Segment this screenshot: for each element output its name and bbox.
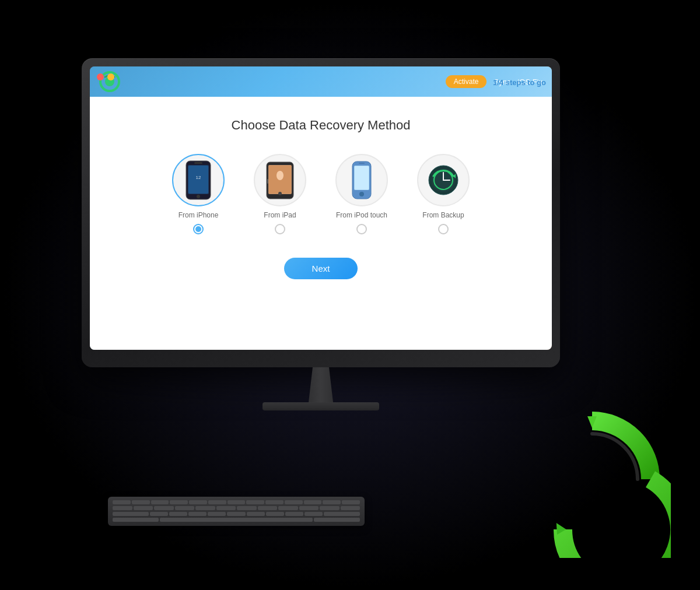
key [150, 512, 168, 516]
svg-point-17 [359, 192, 364, 196]
method-item-backup[interactable]: From Backup [411, 154, 475, 234]
key [237, 506, 257, 510]
close-button[interactable] [97, 73, 104, 80]
iphone-icon-wrap: 12 [172, 154, 225, 206]
key [227, 512, 245, 516]
method-item-ipod[interactable]: From iPod touch [330, 154, 394, 234]
method-grid: 12 From iPhone [166, 154, 475, 234]
key [265, 500, 284, 504]
app-window: Activate Sync iOS Fix Choose Data Recove… [90, 66, 552, 350]
svg-rect-16 [355, 166, 369, 189]
key-row-3 [113, 512, 360, 516]
key [113, 518, 159, 522]
key [208, 500, 226, 504]
backup-device-icon [428, 164, 459, 196]
key [170, 500, 188, 504]
steps-badge: 1/4 steps to go [493, 78, 546, 87]
key-row-2 [113, 506, 360, 510]
key [247, 512, 265, 516]
key [113, 500, 131, 504]
ipod-device-icon [352, 161, 372, 199]
monitor-bezel: Activate Sync iOS Fix Choose Data Recove… [82, 58, 560, 367]
key-row-4 [113, 518, 360, 522]
keyboard [108, 497, 365, 526]
key [113, 506, 132, 510]
key [208, 512, 226, 516]
key [216, 506, 236, 510]
key [160, 518, 313, 522]
svg-rect-5 [194, 162, 202, 164]
key [169, 512, 187, 516]
traffic-lights [97, 73, 114, 80]
key [314, 518, 360, 522]
key [258, 506, 278, 510]
minimize-button[interactable] [107, 73, 114, 80]
key [175, 506, 195, 510]
ipod-radio[interactable] [356, 224, 367, 234]
monitor: Activate Sync iOS Fix Choose Data Recove… [82, 58, 560, 410]
key [304, 500, 322, 504]
svg-rect-13 [267, 179, 268, 184]
ipad-radio[interactable] [275, 224, 285, 234]
key [154, 506, 174, 510]
svg-text:12: 12 [196, 175, 201, 180]
svg-rect-18 [359, 163, 365, 164]
ipod-label: From iPod touch [336, 211, 387, 219]
next-button[interactable]: Next [284, 258, 358, 279]
key [132, 500, 150, 504]
key [134, 506, 153, 510]
key [228, 500, 246, 504]
iphone-device-icon: 12 [185, 160, 212, 200]
key [304, 512, 323, 516]
svg-point-12 [278, 192, 282, 195]
scene: Activate Sync iOS Fix Choose Data Recove… [0, 0, 700, 590]
key [342, 500, 360, 504]
screen: Activate Sync iOS Fix Choose Data Recove… [90, 66, 552, 350]
backup-label: From Backup [422, 211, 464, 219]
page-title: Choose Data Recovery Method [232, 118, 411, 133]
monitor-stand-base [262, 402, 379, 410]
key [285, 500, 303, 504]
svg-point-6 [197, 195, 200, 198]
key [324, 512, 360, 516]
key [151, 500, 169, 504]
ipad-label: From iPad [264, 211, 296, 219]
key [278, 506, 298, 510]
key [246, 500, 264, 504]
svg-point-11 [276, 171, 284, 180]
ipad-icon-wrap [254, 154, 306, 206]
key [285, 512, 303, 516]
key [320, 506, 340, 510]
key [341, 506, 360, 510]
green-arrow-logo [513, 401, 671, 558]
key [189, 500, 207, 504]
activate-button[interactable]: Activate [446, 75, 487, 88]
key [323, 500, 341, 504]
key [266, 512, 284, 516]
method-item-iphone[interactable]: 12 From iPhone [166, 154, 230, 234]
backup-radio[interactable] [438, 224, 449, 234]
key [195, 506, 215, 510]
monitor-stand-neck [300, 367, 341, 402]
method-item-ipad[interactable]: From iPad [248, 154, 312, 234]
app-header: Activate Sync iOS Fix [90, 66, 552, 97]
backup-icon-wrap [417, 154, 470, 206]
key [188, 512, 206, 516]
key [299, 506, 319, 510]
iphone-radio[interactable] [193, 224, 204, 234]
keyboard-keys [108, 497, 365, 525]
ipod-icon-wrap [335, 154, 388, 206]
key-row-1 [113, 500, 360, 504]
iphone-label: From iPhone [178, 211, 219, 219]
ipad-device-icon [265, 161, 295, 199]
app-content: Choose Data Recovery Method [90, 97, 552, 350]
key [113, 512, 149, 516]
